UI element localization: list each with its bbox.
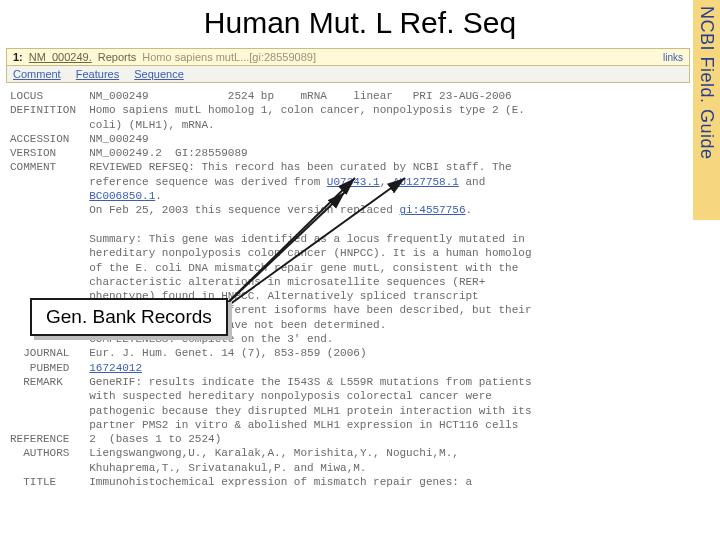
summary-line-1: Summary: This gene was identified as a l…	[89, 233, 525, 245]
comment-line-2a: reference sequence was derived from	[89, 176, 327, 188]
reference-value: 2 (bases 1 to 2524)	[89, 433, 221, 445]
authors-key: AUTHORS	[10, 447, 69, 459]
version-value: NM_000249.2 GI:28559089	[89, 147, 247, 159]
pubmed-key: PUBMED	[10, 362, 69, 374]
summary-links[interactable]: Links	[663, 52, 683, 63]
summary-line-4: characteristic alterations in microsatel…	[89, 276, 485, 288]
link-pubmed[interactable]: 16724012	[89, 362, 142, 374]
definition-value-2: coli) (MLH1), mRNA.	[89, 119, 214, 131]
summary-accession[interactable]: NM_000249.	[29, 51, 92, 63]
comment-line-1: REVIEWED REFSEQ: This record has been cu…	[89, 161, 511, 173]
tab-comment[interactable]: Comment	[13, 68, 61, 80]
definition-value-1: Homo sapiens mutL homolog 1, colon cance…	[89, 104, 525, 116]
summary-line-3: of the E. coli DNA mismatch repair gene …	[89, 262, 518, 274]
feature-tabs: Comment Features Sequence	[6, 66, 690, 83]
comment-key: COMMENT	[10, 161, 56, 173]
reference-key: REFERENCE	[10, 433, 69, 445]
summary-index: 1:	[13, 51, 23, 63]
title-key: TITLE	[10, 476, 56, 488]
summary-title: Homo sapiens mutL...[gi:28559089]	[142, 51, 316, 63]
link-bc006850[interactable]: BC006850.1	[89, 190, 155, 202]
link-au127758[interactable]: AU127758.1	[393, 176, 459, 188]
comment-line-4a: On Feb 25, 2003 this sequence version re…	[89, 204, 399, 216]
link-u07343[interactable]: U07343.1	[327, 176, 380, 188]
tab-features[interactable]: Features	[76, 68, 119, 80]
side-label-ncbi: NCBI Field. Guide	[693, 0, 720, 220]
journal-value: Eur. J. Hum. Genet. 14 (7), 853-859 (200…	[89, 347, 366, 359]
summary-bar: 1: NM_000249. Reports Homo sapiens mutL.…	[6, 48, 690, 66]
tab-sequence[interactable]: Sequence	[134, 68, 184, 80]
remark-line-2: with suspected hereditary nonpolyposis c…	[89, 390, 492, 402]
record-area: 1: NM_000249. Reports Homo sapiens mutL.…	[6, 48, 690, 489]
remark-key: REMARK	[10, 376, 63, 388]
genbank-records-label: Gen. Bank Records	[30, 298, 228, 336]
accession-value: NM_000249	[89, 133, 148, 145]
definition-key: DEFINITION	[10, 104, 76, 116]
locus-value: NM_000249 2524 bp mRNA linear PRI 23-AUG…	[89, 90, 511, 102]
remark-line-3: pathogenic because they disrupted MLH1 p…	[89, 405, 531, 417]
locus-key: LOCUS	[10, 90, 43, 102]
journal-key: JOURNAL	[10, 347, 69, 359]
summary-reports[interactable]: Reports	[98, 51, 137, 63]
authors-line-1: Liengswangwong,U., Karalak,A., Morishita…	[89, 447, 459, 459]
link-gi[interactable]: gi:4557756	[399, 204, 465, 216]
remark-line-1: GeneRIF: results indicate the I543S & L5…	[89, 376, 531, 388]
summary-line-2: hereditary nonpolyposis colon cancer (HN…	[89, 247, 531, 259]
version-key: VERSION	[10, 147, 56, 159]
page-heading: Human Mut. L Ref. Seq	[0, 0, 720, 42]
authors-line-2: Khuhaprema,T., Srivatanakul,P. and Miwa,…	[89, 462, 366, 474]
accession-key: ACCESSION	[10, 133, 69, 145]
title-value: Immunohistochemical expression of mismat…	[89, 476, 472, 488]
remark-line-4: partner PMS2 in vitro & abolished MLH1 e…	[89, 419, 518, 431]
flat-file: LOCUS NM_000249 2524 bp mRNA linear PRI …	[6, 83, 690, 489]
